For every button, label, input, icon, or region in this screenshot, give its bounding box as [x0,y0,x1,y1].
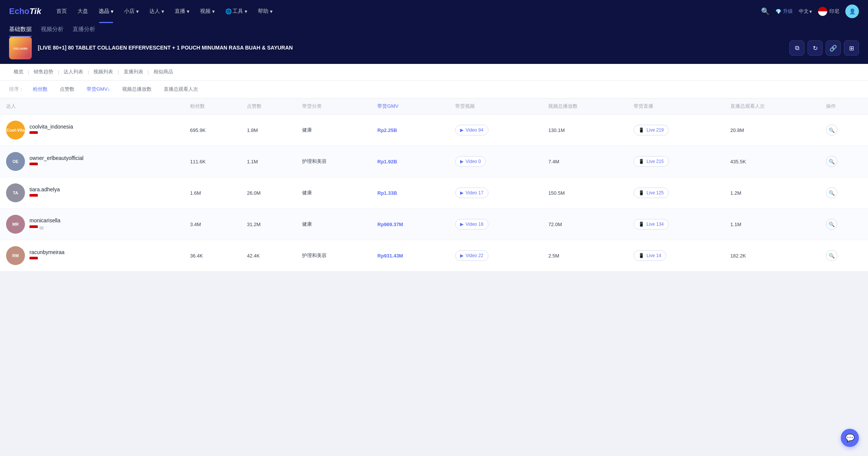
email-icon[interactable]: ✉ [39,225,44,231]
sort-label: 排序： [9,86,24,93]
video-cell: ▶ Video 17 [449,177,542,209]
video-icon: ▶ [460,159,463,164]
live-button[interactable]: 📱 Live 219 [634,125,668,135]
sort-live-views[interactable]: 直播总观看人次 [161,84,201,94]
gmv-cell: Rp1.33B [371,177,449,209]
live-button[interactable]: 📱 Live 125 [634,188,668,198]
video-button[interactable]: ▶ Video 17 [455,188,488,198]
upgrade-button[interactable]: 💎 升级 [775,8,793,15]
video-views-cell: 7.4M [542,146,628,177]
chevron-down-icon: ▾ [245,8,247,14]
search-creator-button[interactable]: 🔍 [826,187,837,199]
nav-shop[interactable]: 小店 ▾ [119,5,143,18]
sort-video-views[interactable]: 视频总播放数 [119,84,155,94]
th-gmv: 带货GMV [371,98,449,115]
live-button[interactable]: 📱 Live 134 [634,219,668,230]
breadcrumb-overview[interactable]: 概览 [9,64,28,81]
th-live: 带货直播 [628,98,724,115]
nav-dashboard[interactable]: 大盘 [73,5,93,18]
flag-icon [29,131,38,136]
creator-name[interactable]: tiara.adhelya [29,186,60,192]
action-cell: 🔍 [820,177,868,209]
flag-icon [29,194,38,199]
tab-live-analysis[interactable]: 直播分析 [73,23,95,37]
creator-badges [29,194,60,199]
nav-creators[interactable]: 达人 ▾ [145,5,169,18]
live-cell: 📱 Live 219 [628,115,724,146]
table-header-row: 达人 粉丝数 点赞数 带货分类 带货GMV 带货视频 视频总播放数 带货直播 直… [0,98,868,115]
search-creator-button[interactable]: 🔍 [826,219,837,230]
live-views-cell: 1.1M [724,209,820,240]
breadcrumb-similar-products[interactable]: 相似商品 [149,64,178,81]
language-selector[interactable]: 中文 ▾ [799,8,812,15]
nav-video[interactable]: 视频 ▾ [195,5,219,18]
followers-cell: 1.6M [184,177,241,209]
tab-basic-data[interactable]: 基础数据 [9,23,32,37]
followers-cell: 111.6K [184,146,241,177]
logo[interactable]: EchoTik [9,6,41,16]
breadcrumb-video-list[interactable]: 视频列表 [89,64,118,81]
nav-products[interactable]: 选品 ▾ [94,5,118,18]
video-icon: ▶ [460,222,463,227]
live-button[interactable]: 📱 Live 14 [634,250,666,261]
sort-likes[interactable]: 点赞数 [57,84,78,94]
creator-info: owner_erlbeautyofficial [29,155,84,168]
flag-icon [29,163,38,168]
search-icon[interactable]: 🔍 [761,7,769,16]
logo-tik: Tik [29,6,41,16]
action-cell: 🔍 [820,209,868,240]
tab-video-analysis[interactable]: 视频分析 [41,23,64,37]
creator-name[interactable]: coolvita_indonesia [29,124,73,130]
svg-text:COLLAGEN: COLLAGEN [13,47,28,50]
grid-button[interactable]: ⊞ [844,40,859,56]
creator-cell: TA tiara.adhelya [0,177,184,209]
video-button[interactable]: ▶ Video 18 [455,219,488,230]
refresh-button[interactable]: ↻ [808,40,823,56]
breadcrumb-sales-trend[interactable]: 销售趋势 [29,64,58,81]
search-creator-button[interactable]: 🔍 [826,156,837,167]
chevron-down-icon: ▾ [809,9,812,14]
sort-followers[interactable]: 粉丝数 [30,84,51,94]
creator-name[interactable]: racunbymeiraa [29,249,65,255]
creator-badges [29,257,65,262]
creator-info: tiara.adhelya [29,186,60,199]
creator-cell: RM racunbymeiraa [0,240,184,271]
creator-name[interactable]: owner_erlbeautyofficial [29,155,84,161]
creator-table: 达人 粉丝数 点赞数 带货分类 带货GMV 带货视频 视频总播放数 带货直播 直… [0,98,868,271]
product-image: COLLAGEN [9,37,32,59]
action-cell: 🔍 [820,240,868,271]
data-table: 达人 粉丝数 点赞数 带货分类 带货GMV 带货视频 视频总播放数 带货直播 直… [0,98,868,271]
link-button[interactable]: 🔗 [826,40,841,56]
flag-icon [29,225,38,231]
nav-live[interactable]: 直播 ▾ [170,5,194,18]
breadcrumb-creator-list[interactable]: 达人列表 [59,64,88,81]
live-cell: 📱 Live 14 [628,240,724,271]
breadcrumb-live-list[interactable]: 直播列表 [119,64,148,81]
creator-info: coolvita_indonesia [29,124,73,136]
country-flag[interactable]: 印尼 [818,7,839,16]
creator-name[interactable]: monicarisella [29,217,60,223]
live-views-cell: 20.8M [724,115,820,146]
sort-gmv[interactable]: 带货GMV↓ [84,84,113,94]
video-cell: ▶ Video 94 [449,115,542,146]
user-avatar[interactable]: 👤 [845,5,859,18]
chevron-down-icon: ▾ [187,8,189,14]
live-views-cell: 1.2M [724,177,820,209]
video-button[interactable]: ▶ Video 22 [455,250,488,261]
table-row: RM racunbymeiraa 36.4K 42.4K 护理和美容 Rp931… [0,240,868,271]
action-cell: 🔍 [820,115,868,146]
nav-home[interactable]: 首页 [52,5,71,18]
search-creator-button[interactable]: 🔍 [826,124,837,136]
live-icon: 📱 [639,159,644,164]
search-creator-button[interactable]: 🔍 [826,250,837,261]
nav-help[interactable]: 帮助 ▾ [253,5,277,18]
video-icon: ▶ [460,127,463,133]
video-button[interactable]: ▶ Video 0 [455,156,486,167]
live-button[interactable]: 📱 Live 215 [634,156,668,167]
likes-cell: 1.1M [241,146,296,177]
nav-tools[interactable]: 🌐 工具 ▾ [221,5,252,18]
copy-button[interactable]: ⧉ [789,40,804,56]
likes-cell: 42.4K [241,240,296,271]
video-button[interactable]: ▶ Video 94 [455,125,488,135]
th-action: 操作 [820,98,868,115]
